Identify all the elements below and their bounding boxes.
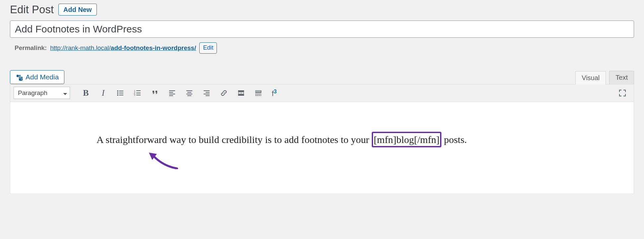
align-right-button[interactable]	[200, 86, 213, 100]
svg-rect-28	[238, 93, 239, 93]
tab-visual[interactable]: Visual	[575, 71, 606, 84]
svg-rect-36	[260, 91, 261, 91]
post-title-input[interactable]	[10, 21, 634, 38]
fullscreen-icon	[618, 89, 626, 97]
svg-rect-34	[257, 91, 258, 91]
svg-rect-25	[204, 94, 210, 94]
align-right-icon	[203, 89, 211, 97]
paragraph: A straightforward way to build credibili…	[97, 132, 547, 148]
fullscreen-button[interactable]	[616, 86, 629, 100]
format-select[interactable]: Paragraph	[14, 87, 70, 99]
svg-rect-26	[206, 95, 210, 96]
add-media-label: Add Media	[26, 73, 59, 81]
svg-rect-17	[169, 94, 175, 94]
svg-rect-21	[186, 94, 192, 94]
add-new-button[interactable]: Add New	[58, 4, 97, 16]
footnote-shortcode-highlight: [mfn]blog[/mfn]	[372, 132, 441, 147]
editor-box: Paragraph B I 123 f3	[10, 84, 634, 194]
svg-rect-45	[255, 95, 257, 96]
permalink-edit-button[interactable]: Edit	[199, 42, 217, 54]
svg-rect-43	[259, 94, 260, 95]
page-title: Edit Post	[10, 3, 54, 16]
svg-text:3: 3	[134, 94, 135, 96]
align-left-button[interactable]	[165, 86, 179, 100]
annotation-arrow	[149, 153, 179, 169]
svg-rect-40	[260, 92, 261, 92]
align-center-button[interactable]	[183, 86, 196, 100]
svg-rect-16	[169, 92, 173, 93]
readmore-button[interactable]	[234, 86, 248, 100]
permalink-link[interactable]: http://rank-math.local/add-footnotes-in-…	[50, 44, 196, 52]
svg-rect-23	[204, 90, 210, 91]
svg-rect-20	[187, 92, 191, 93]
svg-rect-13	[136, 93, 141, 93]
blockquote-button[interactable]	[148, 86, 161, 100]
svg-rect-42	[257, 94, 258, 95]
svg-rect-38	[257, 92, 258, 92]
footnote-button[interactable]: f3	[268, 88, 281, 98]
svg-rect-2	[21, 77, 22, 79]
svg-rect-48	[260, 95, 261, 96]
svg-rect-35	[258, 91, 259, 91]
permalink-label: Permalink:	[15, 44, 47, 52]
svg-rect-41	[255, 94, 257, 95]
svg-rect-33	[256, 91, 257, 91]
read-more-icon	[237, 89, 245, 97]
numbered-list-button[interactable]: 123	[131, 86, 144, 100]
svg-point-4	[117, 92, 118, 94]
content-text-after: posts.	[441, 134, 467, 145]
svg-rect-44	[260, 94, 261, 95]
link-button[interactable]	[217, 86, 230, 100]
list-ol-icon: 123	[134, 89, 142, 97]
media-icon	[16, 73, 23, 81]
list-ul-icon	[116, 89, 124, 97]
svg-rect-37	[256, 92, 257, 92]
link-icon	[220, 89, 228, 97]
editor-toolbar: Paragraph B I 123 f3	[10, 84, 634, 102]
svg-point-5	[117, 94, 118, 96]
svg-rect-31	[238, 94, 244, 96]
editor-tabs: Visual Text	[575, 71, 634, 84]
svg-rect-12	[136, 90, 141, 91]
bulleted-list-button[interactable]	[114, 86, 127, 100]
svg-rect-47	[259, 95, 260, 96]
svg-rect-7	[119, 93, 123, 93]
svg-rect-46	[257, 95, 258, 96]
kitchen-sink-icon	[254, 89, 262, 97]
svg-rect-29	[240, 93, 242, 93]
tab-text[interactable]: Text	[609, 71, 634, 84]
svg-rect-19	[186, 90, 192, 91]
bold-button[interactable]: B	[79, 86, 93, 100]
content-text-before: A straightforward way to build credibili…	[97, 134, 372, 145]
svg-rect-15	[169, 90, 175, 91]
editor-content[interactable]: A straightforward way to build credibili…	[10, 102, 634, 194]
svg-rect-14	[136, 95, 141, 95]
italic-button[interactable]: I	[97, 86, 110, 100]
add-media-button[interactable]: Add Media	[10, 70, 64, 84]
toolbar-toggle-button[interactable]	[252, 86, 265, 100]
align-left-icon	[168, 89, 176, 97]
svg-rect-18	[169, 95, 173, 96]
svg-rect-24	[206, 92, 210, 93]
svg-rect-30	[243, 93, 244, 93]
svg-rect-39	[258, 92, 259, 92]
quote-icon	[151, 89, 159, 97]
align-center-icon	[185, 89, 193, 97]
svg-rect-27	[238, 90, 244, 92]
svg-rect-6	[119, 91, 123, 91]
svg-point-0	[17, 74, 19, 77]
svg-point-3	[117, 90, 118, 92]
permalink-slug: add-footnotes-in-wordpress/	[111, 44, 196, 51]
svg-rect-8	[119, 95, 123, 95]
svg-rect-22	[187, 95, 191, 96]
